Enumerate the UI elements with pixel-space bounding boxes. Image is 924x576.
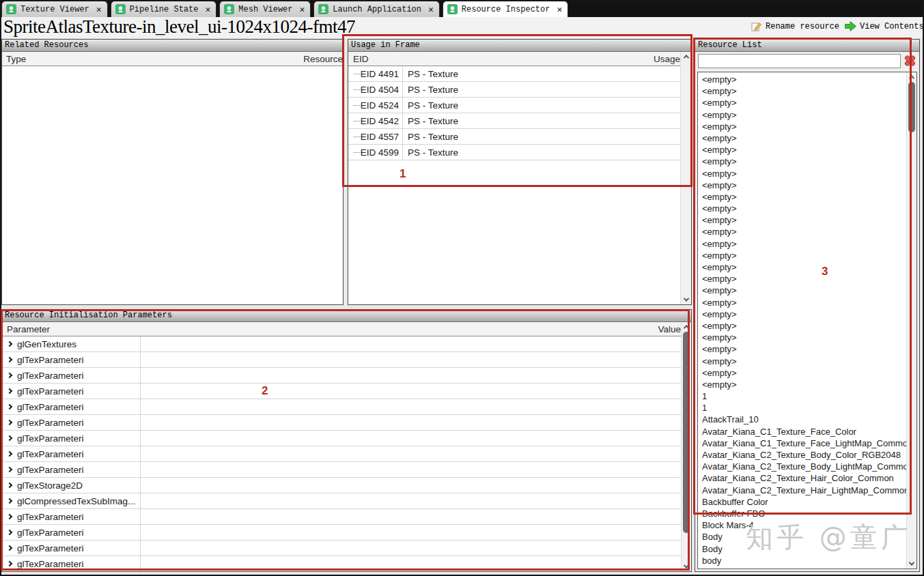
resource-list-item[interactable]: <empty> (698, 85, 906, 97)
tab[interactable]: Pipeline State (111, 1, 217, 17)
resource-list-item[interactable]: Avatar_Kiana_C2_Texture_Hair_LightMap_Co… (698, 485, 906, 496)
resource-list-item[interactable]: 1 (698, 402, 906, 414)
expand-chevron-icon[interactable] (7, 388, 12, 394)
resource-list-item[interactable]: <empty> (698, 179, 906, 191)
resource-list-item[interactable]: <empty> (698, 343, 906, 355)
resource-list-item[interactable]: <empty> (698, 226, 906, 237)
resource-list-item[interactable]: <empty> (698, 132, 906, 144)
tab-close-icon[interactable] (205, 4, 210, 15)
usage-scrollbar[interactable] (680, 52, 691, 304)
resource-list-item[interactable]: Avatar_Kiana_C1_Texture_Face_Color (698, 426, 906, 437)
expand-chevron-icon[interactable] (7, 420, 12, 425)
scroll-up-icon[interactable] (682, 322, 691, 332)
resource-list-item[interactable]: Avatar_Kiana_C2_Texture_Body_Color_RGB20… (698, 449, 906, 461)
param-row[interactable]: glTexParameteri (2, 352, 681, 368)
tab-close-icon[interactable] (557, 4, 562, 15)
init-params-scrollbar[interactable] (681, 322, 691, 571)
scroll-down-icon[interactable] (682, 562, 691, 571)
param-row[interactable]: glTexParameteri (2, 399, 681, 415)
resource-list-item[interactable]: <empty> (698, 121, 906, 132)
expand-chevron-icon[interactable] (7, 514, 12, 519)
usage-row[interactable]: EID 4504 PS - Texture (348, 82, 680, 98)
resource-list-item[interactable]: <empty> (698, 379, 906, 390)
scroll-up-icon[interactable] (907, 72, 916, 82)
resource-list-item[interactable]: <empty> (698, 367, 906, 379)
scroll-down-icon[interactable] (907, 559, 916, 568)
resource-list-item[interactable]: <empty> (698, 191, 906, 203)
resource-list-item[interactable]: <empty> (698, 250, 906, 261)
usage-row[interactable]: EID 4599 PS - Texture (348, 145, 680, 160)
expand-chevron-icon[interactable] (7, 467, 12, 472)
resource-list-item[interactable]: <empty> (698, 203, 906, 214)
resource-list-item[interactable]: <empty> (698, 74, 906, 85)
param-row[interactable]: glTexParameteri (2, 509, 681, 525)
scroll-down-icon[interactable] (681, 295, 691, 304)
related-resources-body[interactable] (2, 66, 343, 304)
expand-chevron-icon[interactable] (7, 483, 12, 488)
resource-list-item[interactable]: <empty> (698, 144, 906, 156)
usage-row[interactable]: EID 4491 PS - Texture (348, 66, 680, 82)
param-row[interactable]: glTexParameteri (2, 415, 681, 431)
resource-list-item[interactable]: Backbuffer Color (698, 496, 906, 508)
param-row[interactable]: glTexParameteri (2, 525, 681, 541)
expand-chevron-icon[interactable] (7, 357, 12, 362)
scrollbar-thumb[interactable] (683, 332, 690, 533)
resource-list-item[interactable]: <empty> (698, 332, 906, 343)
resource-list-item[interactable]: <empty> (698, 356, 906, 367)
resource-list-item[interactable]: 1 (698, 390, 906, 402)
tab[interactable]: Resource Inspector (443, 1, 568, 17)
expand-chevron-icon[interactable] (7, 530, 12, 535)
resource-list-item[interactable]: <empty> (698, 97, 906, 109)
resource-list-item[interactable]: AttackTrail_10 (698, 414, 906, 425)
resource-list-item[interactable]: <empty> (698, 156, 906, 167)
param-row[interactable]: glTexParameteri (2, 541, 681, 556)
param-row[interactable]: glGenTextures (2, 336, 681, 352)
rename-resource-button[interactable]: Rename resource (751, 21, 839, 32)
tab[interactable]: Texture Viewer (1, 1, 108, 17)
resource-list-item[interactable]: <empty> (698, 238, 906, 250)
resource-list-item[interactable]: Avatar_Kiana_C1_Texture_Face_LightMap_Co… (698, 437, 906, 449)
resource-list-item[interactable]: Backbuffer FBO (698, 508, 906, 519)
scrollbar-thumb[interactable] (908, 82, 915, 132)
param-row[interactable]: glTexParameteri (2, 556, 681, 571)
expand-chevron-icon[interactable] (7, 404, 12, 409)
resource-list-scrollbar[interactable] (906, 72, 916, 568)
tab-close-icon[interactable] (428, 4, 434, 15)
resource-list-item[interactable]: Body (698, 543, 906, 555)
usage-row[interactable]: EID 4524 PS - Texture (348, 98, 680, 113)
view-contents-button[interactable]: View Contents (845, 21, 924, 31)
expand-chevron-icon[interactable] (7, 373, 12, 378)
tab-close-icon[interactable] (96, 4, 102, 15)
resource-list-item[interactable]: <empty> (698, 308, 906, 320)
param-row[interactable]: glTexParameteri (2, 384, 681, 399)
tab[interactable]: Launch Application (313, 1, 439, 17)
param-row[interactable]: glTexStorage2D (2, 478, 681, 493)
param-row[interactable]: glCompressedTexSubImag... (2, 493, 681, 509)
clear-filter-icon[interactable] (904, 55, 915, 66)
resource-list-item[interactable]: <empty> (698, 261, 906, 273)
resource-list-item[interactable]: Block Mars-4 (698, 519, 906, 531)
resource-list-item[interactable]: Body (698, 531, 906, 543)
resource-list-item[interactable]: <empty> (698, 285, 906, 296)
resource-list-item[interactable]: body (698, 555, 906, 566)
param-row[interactable]: glTexParameteri (2, 368, 681, 384)
resource-list-item[interactable]: <empty> (698, 320, 906, 332)
resource-filter-input[interactable] (698, 54, 901, 68)
expand-chevron-icon[interactable] (7, 498, 12, 504)
expand-chevron-icon[interactable] (7, 341, 12, 347)
resource-list-item[interactable]: body (698, 566, 906, 568)
tab[interactable]: Mesh Viewer (219, 1, 311, 17)
resource-list-item[interactable]: Avatar_Kiana_C2_Texture_Hair_Color_Commo… (698, 472, 906, 484)
scroll-up-icon[interactable] (681, 52, 691, 61)
resource-list-item[interactable]: <empty> (698, 168, 906, 179)
resource-list-item[interactable]: <empty> (698, 273, 906, 285)
resource-list-item[interactable]: <empty> (698, 297, 906, 308)
usage-row[interactable]: EID 4542 PS - Texture (348, 113, 680, 129)
resource-list-item[interactable]: <empty> (698, 109, 906, 121)
tab-close-icon[interactable] (300, 4, 305, 15)
expand-chevron-icon[interactable] (7, 435, 12, 441)
usage-row[interactable]: EID 4557 PS - Texture (348, 129, 680, 145)
expand-chevron-icon[interactable] (7, 561, 12, 566)
resource-list-item[interactable]: <empty> (698, 214, 906, 226)
expand-chevron-icon[interactable] (7, 451, 12, 457)
